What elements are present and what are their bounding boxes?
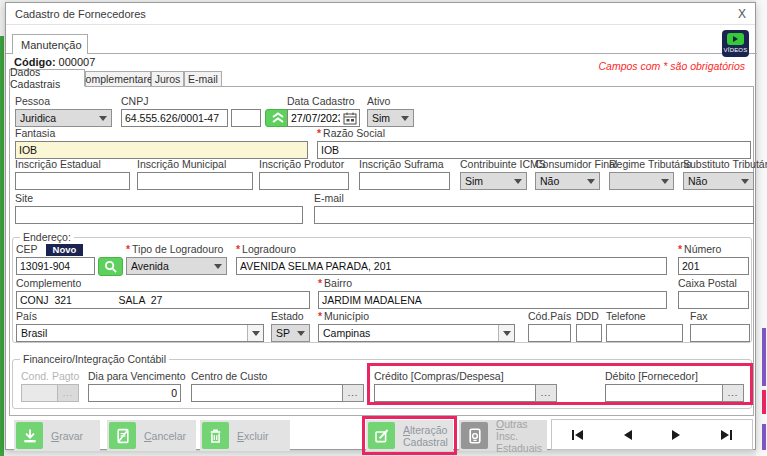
field-telefone: Telefone (606, 311, 683, 342)
cnpj-extra-input[interactable] (231, 109, 261, 127)
cond-pagto-lookup-button: ... (57, 384, 79, 402)
tab-juros[interactable]: Juros (151, 71, 184, 87)
field-estado: Estado SP (271, 311, 310, 342)
contribuinte-icms-label: Contribuinte ICMS (460, 159, 527, 170)
cancelar-button[interactable]: Cancelar (107, 420, 196, 451)
tab-dados-cadastrais[interactable]: Dados Cadastrais (9, 69, 85, 87)
estado-select[interactable]: SP (271, 324, 310, 342)
debito-lookup-button[interactable]: ... (722, 384, 744, 402)
email-input[interactable] (314, 206, 754, 224)
fax-label: Fax (690, 311, 750, 322)
ddd-input[interactable] (576, 324, 602, 342)
credito-picker: ... (374, 384, 557, 402)
razao-social-input[interactable] (317, 141, 751, 159)
logradouro-input[interactable] (236, 257, 667, 275)
cep-label: CEP (16, 243, 38, 255)
caixa-postal-label: Caixa Postal (678, 278, 749, 289)
debito-picker: ... (605, 384, 744, 402)
ativo-select[interactable]: Sim (367, 109, 414, 127)
centro-custo-lookup-button[interactable]: ... (342, 384, 364, 402)
calendar-icon[interactable] (343, 112, 357, 125)
site-input[interactable] (15, 206, 303, 224)
field-inscricao-produtor: Inscrição Produtor (259, 159, 349, 190)
contribuinte-icms-select[interactable]: Sim (460, 172, 527, 190)
field-centro-custo: Centro de Custo ... (191, 371, 364, 402)
chevron-down-icon (293, 325, 309, 341)
field-site: Site (15, 193, 303, 224)
municipio-select[interactable]: Campinas (318, 324, 515, 342)
substituto-tributario-value: Não (684, 173, 737, 189)
tab-email[interactable]: E-mail (184, 71, 222, 87)
caixa-postal-input[interactable] (678, 291, 749, 309)
centro-custo-picker: ... (191, 384, 364, 402)
bairro-input[interactable] (318, 291, 667, 309)
consumidor-final-label: Consumidor Final (535, 159, 600, 170)
nav-last-button[interactable] (715, 426, 738, 444)
regime-tributario-value (610, 173, 657, 189)
inscricao-suframa-label: Inscrição Suframa (359, 159, 450, 170)
dia-vencimento-label: Dia para Vencimento (88, 371, 181, 382)
close-button[interactable]: X (738, 8, 746, 20)
credito-input[interactable] (374, 384, 535, 402)
debito-input[interactable] (605, 384, 722, 402)
inscricao-municipal-input[interactable] (137, 172, 253, 190)
tab-manutencao[interactable]: Manutenção (12, 34, 88, 54)
numero-input[interactable] (678, 257, 749, 275)
inscricao-estadual-input[interactable] (15, 172, 130, 190)
consumidor-final-select[interactable]: Não (535, 172, 600, 190)
nav-previous-button[interactable] (618, 426, 638, 444)
inscricao-produtor-label: Inscrição Produtor (259, 159, 349, 170)
required-asterisk: * (678, 243, 682, 255)
cep-search-button[interactable] (98, 257, 123, 276)
debito-label: Débito [Fornecedor] (605, 371, 744, 382)
regime-tributario-select[interactable] (609, 172, 674, 190)
ddd-label: DDD (576, 311, 602, 322)
telefone-input[interactable] (606, 324, 683, 342)
cod-pais-label: Cód.País (528, 311, 571, 322)
cnpj-input[interactable] (121, 109, 228, 127)
tab-complementares[interactable]: Complementares (85, 71, 151, 87)
substituto-tributario-select[interactable]: Não (683, 172, 754, 190)
cod-pais-input[interactable] (528, 324, 571, 342)
dia-vencimento-input[interactable] (88, 384, 181, 402)
inscricao-municipal-label: Inscrição Municipal (137, 159, 253, 170)
alteracao-label: Alteração Cadastral (403, 424, 448, 448)
tab-label: Juros (155, 73, 181, 85)
tab-label: Complementares (78, 73, 158, 85)
tab-label: Dados Cadastrais (10, 66, 84, 90)
pais-select[interactable]: Brasil (16, 324, 264, 342)
nav-first-button[interactable] (566, 426, 589, 444)
nav-next-button[interactable] (666, 426, 686, 444)
pessoa-label: Pessoa (15, 96, 112, 107)
inscricao-suframa-input[interactable] (359, 172, 450, 190)
estado-value: SP (272, 325, 293, 341)
gravar-button[interactable]: Gravar (14, 420, 100, 451)
videos-button-label: VÍDEOS (724, 47, 748, 53)
play-icon (727, 33, 744, 45)
credito-lookup-button[interactable]: ... (535, 384, 557, 402)
field-cnpj: CNPJ (121, 96, 228, 127)
endereco-fieldset: Endereço: CEPNovo *Tipo de Logradouro Av… (12, 237, 752, 343)
videos-button[interactable]: VÍDEOS (722, 30, 749, 57)
telefone-label: Telefone (606, 311, 683, 322)
cadastro-fornecedores-dialog: Cadastro de Fornecedores X Manutenção VÍ… (5, 2, 756, 450)
cep-input[interactable] (16, 257, 95, 275)
alteracao-cadastral-button[interactable]: Alteração Cadastral (366, 420, 453, 451)
fantasia-input[interactable] (15, 141, 308, 159)
pessoa-select[interactable]: Juridica (15, 109, 112, 127)
excluir-button[interactable]: Excluir (200, 420, 290, 451)
complemento-input[interactable] (16, 291, 310, 309)
required-asterisk: * (317, 127, 321, 139)
inscricao-produtor-input[interactable] (259, 172, 349, 190)
chevron-down-icon (397, 110, 413, 126)
date-value[interactable] (288, 110, 343, 126)
centro-custo-input[interactable] (191, 384, 342, 402)
record-navigator (551, 419, 753, 450)
fax-input[interactable] (690, 324, 750, 342)
tipo-logradouro-select[interactable]: Avenida (126, 257, 227, 275)
document-badge-icon (461, 422, 488, 449)
gravar-label: Gravar (51, 430, 83, 442)
site-label: Site (15, 193, 303, 204)
required-asterisk: * (126, 243, 130, 255)
data-cadastro-input[interactable] (287, 109, 360, 127)
